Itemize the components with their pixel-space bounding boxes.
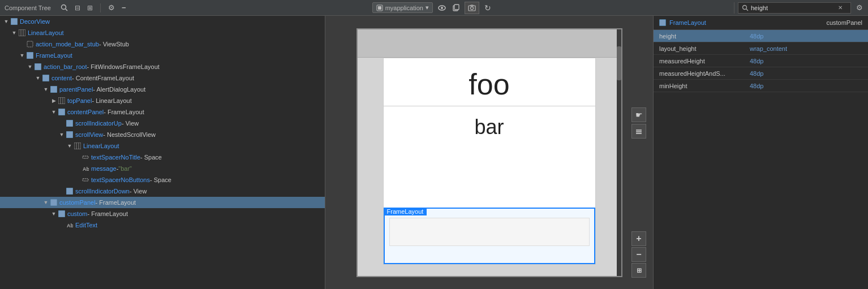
tree-item[interactable]: ▼customPanel - FrameLayout (0, 197, 325, 208)
svg-rect-34 (66, 188, 73, 195)
tree-item[interactable]: scrollIndicatorDown - View (0, 186, 325, 197)
component-tree-panel: ▼DecorView▼LinearLayoutaction_mode_bar_s… (0, 16, 325, 289)
close-panel-button[interactable]: − (120, 2, 128, 13)
refresh-button[interactable]: ↻ (483, 2, 493, 14)
tree-node-type: - View (122, 120, 139, 127)
tree-item[interactable]: ▼scrollView - NestedScrollView (0, 129, 325, 140)
svg-rect-35 (50, 199, 57, 206)
tree-node-icon (42, 74, 50, 82)
tree-arrow: ▼ (66, 143, 74, 149)
prop-value: wrap_content (750, 45, 787, 52)
svg-rect-17 (27, 41, 33, 47)
svg-rect-14 (19, 29, 25, 36)
settings-right-button[interactable]: ⚙ (854, 2, 865, 13)
tree-node-icon (18, 29, 26, 37)
tree-item[interactable]: ▼DecorView (0, 16, 325, 27)
tree-node-icon (74, 142, 81, 150)
tree-item[interactable]: ▼contentPanel - FrameLayout (0, 106, 325, 118)
prop-component-icon (659, 19, 666, 26)
eye-button[interactable] (436, 4, 448, 12)
tree-item[interactable]: ▼custom - FrameLayout (0, 208, 325, 219)
tree-item[interactable]: action_mode_bar_stub - ViewStub (0, 38, 325, 50)
tree-item[interactable]: Abmessage - "bar" (0, 163, 325, 174)
tree-node-type: - Space (140, 154, 162, 161)
search-clear-button[interactable]: ✕ (838, 5, 843, 11)
copy-button[interactable] (451, 3, 461, 12)
tree-node-name: EditText (75, 222, 97, 228)
props-container: height48dplayout_heightwrap_contentmeasu… (654, 30, 868, 92)
toolbar-separator-1 (100, 3, 101, 12)
tree-item[interactable]: scrollIndicatorUp - View (0, 118, 325, 129)
tree-item[interactable]: ▼LinearLayout (0, 27, 325, 38)
search-box[interactable]: ✕ (738, 2, 851, 14)
tree-node-icon (58, 210, 66, 218)
tree-node-icon (26, 40, 34, 48)
tree-item[interactable]: textSpacerNoTitle - Space (0, 152, 325, 163)
prop-value: 48dp (750, 33, 763, 40)
tree-node-name: message (91, 165, 117, 172)
prop-row[interactable]: measuredHeightAndS...48dp (654, 67, 868, 80)
svg-rect-25 (58, 109, 65, 115)
tree-arrow: ▼ (42, 200, 50, 205)
prop-row[interactable]: measuredHeight48dp (654, 55, 868, 67)
tree-arrow: ▼ (42, 87, 50, 92)
tree-node-name: action_mode_bar_stub (36, 41, 99, 48)
tree-node-icon (81, 176, 89, 184)
svg-rect-36 (58, 210, 65, 217)
svg-rect-19 (35, 63, 41, 70)
tree-node-type: - View (130, 188, 147, 195)
svg-rect-31 (83, 156, 88, 158)
prop-value: 48dp (750, 83, 763, 89)
tree-node-name: DecorView (20, 18, 50, 25)
component-tree-toolbar: ⊟ ⊞ ⚙ − (55, 2, 131, 13)
tree-node-type: - FrameLayout (96, 199, 136, 206)
fit-to-screen-button[interactable]: ⊞ (631, 263, 646, 278)
search-input[interactable] (751, 5, 836, 11)
device-selector[interactable]: myapplication ▾ (372, 2, 433, 13)
tree-node-name: textSpacerNoButtons (91, 176, 150, 183)
search-button[interactable] (59, 3, 70, 12)
svg-text:Ab: Ab (83, 166, 89, 172)
tree-node-icon (34, 63, 42, 71)
properties-table: height48dplayout_heightwrap_contentmeasu… (654, 30, 868, 289)
tree-item[interactable]: ▼FrameLayout (0, 50, 325, 61)
svg-rect-38 (636, 130, 642, 131)
prop-component-panel: customPanel (826, 19, 862, 26)
tree-node-icon (10, 18, 18, 25)
settings-button[interactable]: ⚙ (106, 2, 117, 13)
tree-item[interactable]: textSpacerNoButtons - Space (0, 174, 325, 186)
zoom-in-button[interactable]: + (631, 231, 646, 246)
camera-button[interactable] (465, 2, 479, 14)
prop-name: height (659, 33, 750, 40)
center-toolbar: myapplication ▾ ↻ (131, 2, 734, 14)
prop-row[interactable]: minHeight48dp (654, 80, 868, 92)
tree-arrow: ▼ (50, 109, 58, 115)
tree-item[interactable]: ▼action_bar_root - FitWindowsFrameLayout (0, 61, 325, 72)
align-top-button[interactable]: ⊟ (73, 3, 82, 13)
tree-item[interactable]: AbEditText (0, 219, 325, 231)
frame-layout-overlay[interactable]: FrameLayout (384, 208, 595, 264)
prop-row[interactable]: height48dp (654, 30, 868, 42)
search-icon (742, 5, 749, 11)
tree-item[interactable]: ▼LinearLayout (0, 140, 325, 152)
tree-item[interactable]: ▼parentPanel - AlertDialogLayout (0, 84, 325, 95)
tree-node-name: LinearLayout (83, 143, 119, 149)
main-content: ▼DecorView▼LinearLayoutaction_mode_bar_s… (0, 16, 868, 289)
tree-item[interactable]: ▶topPanel - LinearLayout (0, 95, 325, 106)
tree-node-name: contentPanel (67, 109, 104, 115)
scrollbar-thumb[interactable] (617, 46, 621, 80)
zoom-controls: + − ⊞ (631, 231, 646, 278)
prop-row[interactable]: layout_heightwrap_content (654, 42, 868, 55)
svg-rect-7 (454, 5, 459, 10)
tree-item[interactable]: ▼content - ContentFrameLayout (0, 72, 325, 84)
layer-button[interactable] (631, 124, 646, 139)
tree-node-icon: Ab (81, 165, 89, 172)
tree-arrow: ▶ (50, 98, 58, 103)
hand-tool-button[interactable]: ☛ (631, 107, 646, 122)
tree-node-icon (50, 85, 58, 93)
tree-node-name: topPanel (67, 97, 92, 104)
tree-node-type: - FrameLayout (87, 210, 128, 217)
align-bottom-button[interactable]: ⊞ (85, 3, 94, 13)
zoom-out-button[interactable]: − (631, 247, 646, 262)
tree-node-icon (66, 131, 74, 139)
